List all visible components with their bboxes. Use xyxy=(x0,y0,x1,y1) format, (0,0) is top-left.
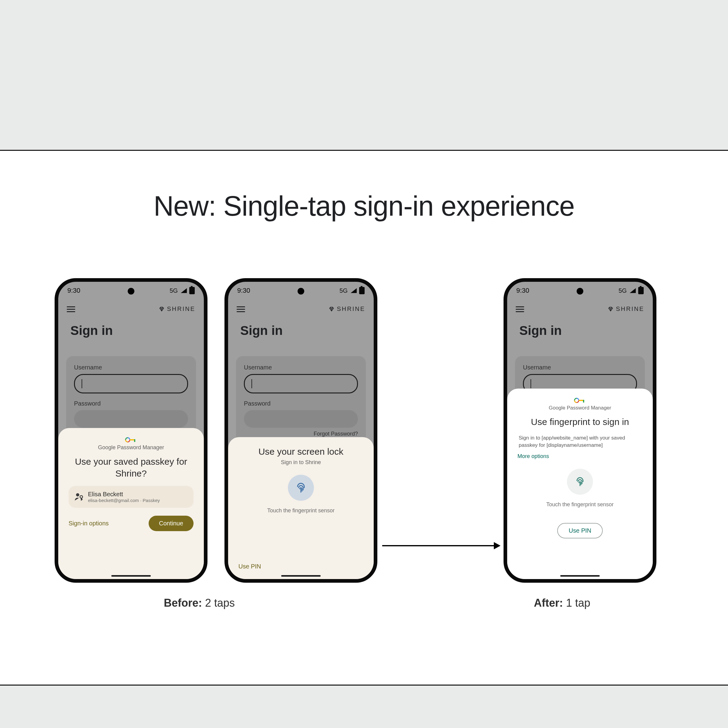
app-chrome: SHRINE xyxy=(228,297,374,315)
signin-heading: Sign in xyxy=(58,315,204,350)
passkey-sheet: Google Password Manager Use your saved p… xyxy=(58,428,204,579)
gpm-name: Google Password Manager xyxy=(69,444,194,451)
username-field[interactable] xyxy=(74,374,188,393)
password-label: Password xyxy=(74,400,188,407)
fingerprint-sensor[interactable] xyxy=(288,475,314,501)
app-chrome: SHRINE xyxy=(507,297,653,315)
username-label: Username xyxy=(74,364,188,371)
fingerprint-area: Touch the fingerprint sensor xyxy=(517,469,642,508)
menu-icon[interactable] xyxy=(237,306,245,312)
status-time: 9:30 xyxy=(516,287,529,295)
use-pin-link[interactable]: Use PIN xyxy=(239,563,261,570)
phone-after: 9:30 5G SHRINE Sign in Username xyxy=(503,278,656,583)
app-chrome: SHRINE xyxy=(58,297,204,315)
caption-before: Before: 2 taps xyxy=(164,596,235,609)
menu-icon[interactable] xyxy=(67,306,75,312)
status-time: 9:30 xyxy=(67,287,80,295)
fp-sheet-title: Use fingerprint to sign in xyxy=(520,416,639,428)
home-indicator[interactable] xyxy=(281,575,321,577)
svg-rect-13 xyxy=(583,400,584,402)
screenlock-sheet: Use your screen lock Sign in to Shrine T… xyxy=(228,437,374,579)
phone-before-step1: 9:30 5G SHRINE Sign in Username xyxy=(55,278,208,583)
arrow xyxy=(382,542,500,543)
username-label: Username xyxy=(244,364,358,371)
fingerprint-hint: Touch the fingerprint sensor xyxy=(546,502,614,508)
password-field[interactable] xyxy=(244,410,358,428)
brand-text: SHRINE xyxy=(167,306,195,312)
svg-rect-5 xyxy=(134,439,135,442)
signin-form: Username Password Forgot Password? xyxy=(236,356,366,441)
account-row[interactable]: Elisa Beckett elisa-beckett@gmail.com · … xyxy=(69,486,194,508)
more-options-link[interactable]: More options xyxy=(517,453,642,460)
signin-heading: Sign in xyxy=(228,315,374,350)
passkey-icon xyxy=(74,492,84,502)
slide: New: Single-tap sign-in experience 9:30 … xyxy=(0,150,728,685)
app-brand: SHRINE xyxy=(608,306,644,312)
status-right: 5G xyxy=(618,287,644,294)
svg-point-6 xyxy=(76,493,80,497)
signin-heading: Sign in xyxy=(507,315,653,350)
phones-row: 9:30 5G SHRINE Sign in Username xyxy=(0,278,728,600)
status-net: 5G xyxy=(340,287,348,294)
signal-icon xyxy=(630,288,636,293)
home-indicator[interactable] xyxy=(560,575,600,577)
battery-icon xyxy=(189,287,195,294)
screenlock-sub: Sign in to Shrine xyxy=(239,459,363,466)
account-sub: elisa-beckett@gmail.com · Passkey xyxy=(88,498,160,503)
arrow-head-icon xyxy=(494,542,500,549)
fingerprint-icon xyxy=(294,481,307,494)
status-right: 5G xyxy=(170,287,195,294)
svg-point-7 xyxy=(80,496,83,499)
screenlock-title: Use your screen lock xyxy=(242,446,360,457)
fingerprint-sensor[interactable] xyxy=(567,469,593,495)
slide-title: New: Single-tap sign-in experience xyxy=(0,190,728,222)
fp-sheet-body: Sign in to [app/website_name] with your … xyxy=(519,434,641,449)
sheet-actions: Sign-in options Continue xyxy=(69,515,194,531)
app-brand: SHRINE xyxy=(329,306,365,312)
account-name: Elisa Beckett xyxy=(88,491,160,498)
status-net: 5G xyxy=(618,287,627,294)
caption-before-value: 2 taps xyxy=(202,596,235,609)
signal-icon xyxy=(351,288,357,293)
fingerprint-sheet: Google Password Manager Use fingerprint … xyxy=(507,388,653,579)
status-time: 9:30 xyxy=(237,287,250,295)
camera-cutout xyxy=(128,288,135,295)
use-pin-button[interactable]: Use PIN xyxy=(557,523,603,538)
status-net: 5G xyxy=(170,287,178,294)
gpm-name: Google Password Manager xyxy=(517,405,642,411)
diamond-icon xyxy=(329,306,334,312)
signin-options-link[interactable]: Sign-in options xyxy=(69,520,109,527)
forgot-password-link[interactable]: Forgot Password? xyxy=(244,431,358,437)
camera-cutout xyxy=(577,288,583,295)
home-indicator[interactable] xyxy=(111,575,151,577)
brand-text: SHRINE xyxy=(616,306,644,312)
username-field[interactable] xyxy=(244,374,358,393)
username-label: Username xyxy=(523,364,637,371)
battery-icon xyxy=(638,287,644,294)
gpm-logo xyxy=(517,397,642,404)
caption-after: After: 1 tap xyxy=(534,596,590,609)
battery-icon xyxy=(359,287,365,294)
caption-after-label: After: xyxy=(534,596,563,609)
diamond-icon xyxy=(159,306,164,312)
brand-text: SHRINE xyxy=(337,306,365,312)
passkey-prompt-title: Use your saved passkey for Shrine? xyxy=(72,456,191,479)
status-right: 5G xyxy=(340,287,365,294)
fingerprint-hint: Touch the fingerprint sensor xyxy=(267,508,335,514)
phone-before-step2: 9:30 5G SHRINE Sign in Username xyxy=(225,278,377,583)
password-field[interactable] xyxy=(74,410,188,428)
caption-after-value: 1 tap xyxy=(563,596,590,609)
camera-cutout xyxy=(298,288,304,295)
continue-button[interactable]: Continue xyxy=(148,515,194,531)
caption-before-label: Before: xyxy=(164,596,202,609)
signal-icon xyxy=(181,288,187,293)
app-brand: SHRINE xyxy=(159,306,195,312)
password-label: Password xyxy=(244,400,358,407)
menu-icon[interactable] xyxy=(515,306,524,312)
fingerprint-area: Touch the fingerprint sensor xyxy=(239,475,363,514)
fingerprint-icon xyxy=(574,476,586,488)
gpm-logo xyxy=(69,436,194,443)
diamond-icon xyxy=(608,306,613,312)
